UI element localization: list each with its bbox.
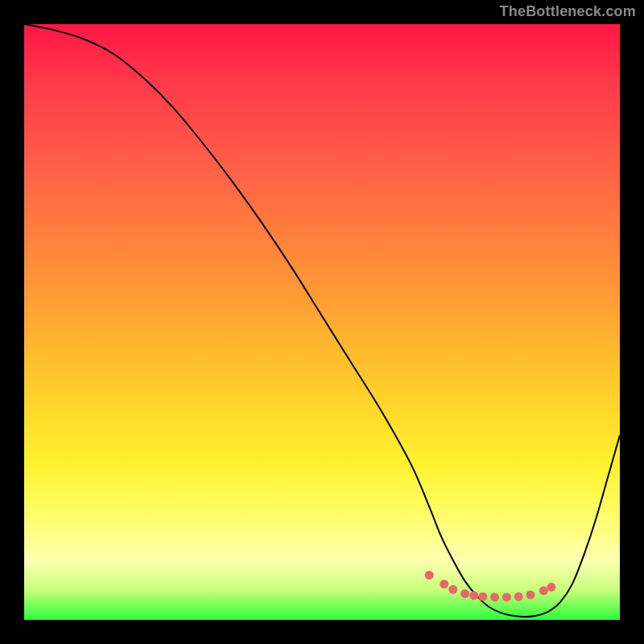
marker-dot: [514, 592, 523, 601]
marker-dot: [490, 592, 499, 601]
marker-dot: [425, 571, 434, 580]
marker-dot: [460, 589, 469, 598]
chart-frame: TheBottleneck.com: [0, 0, 644, 644]
marker-dot: [440, 580, 448, 588]
marker-dot: [547, 583, 555, 592]
marker-group: [425, 571, 556, 601]
marker-dot: [478, 592, 487, 601]
optimum-markers: [24, 24, 620, 620]
marker-dot: [502, 592, 511, 601]
marker-dot: [469, 591, 478, 600]
marker-dot: [526, 590, 535, 599]
marker-dot: [539, 586, 548, 595]
marker-dot: [448, 585, 457, 594]
watermark-text: TheBottleneck.com: [500, 3, 636, 20]
